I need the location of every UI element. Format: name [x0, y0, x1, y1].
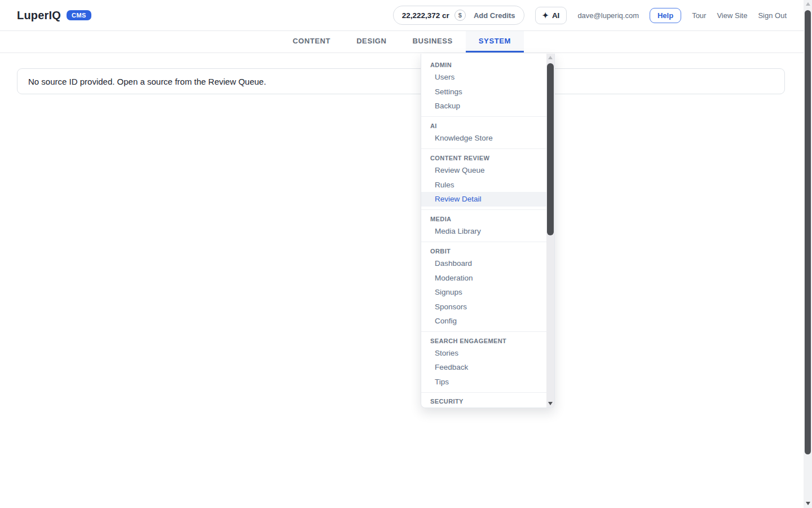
- page-scroll-down-arrow[interactable]: [804, 502, 812, 505]
- system-menu-dropdown: ADMINUsersSettingsBackupAIKnowledge Stor…: [421, 54, 555, 408]
- menu-item-moderation[interactable]: Moderation: [421, 271, 546, 286]
- page-scrollbar-thumb[interactable]: [805, 10, 811, 454]
- menu-item-review-queue[interactable]: Review Queue: [421, 163, 546, 178]
- menu-section-header: SEARCH ENGAGEMENT: [421, 335, 546, 346]
- page-scroll-up-arrow[interactable]: [804, 2, 812, 6]
- top-bar-actions: 22,222,372 cr $ Add Credits ✦ AI dave@lu…: [393, 6, 787, 25]
- menu-item-feedback[interactable]: Feedback: [421, 360, 546, 375]
- menu-item-sponsors[interactable]: Sponsors: [421, 300, 546, 314]
- notice-banner: No source ID provided. Open a source fro…: [17, 68, 785, 94]
- tab-design[interactable]: DESIGN: [343, 31, 399, 52]
- menu-item-config[interactable]: Config: [421, 314, 546, 329]
- menu-item-backup[interactable]: Backup: [421, 99, 546, 113]
- menu-item-settings[interactable]: Settings: [421, 85, 546, 99]
- dropdown-scroll-up-arrow[interactable]: [546, 56, 554, 59]
- menu-item-media-library[interactable]: Media Library: [421, 224, 546, 239]
- add-credits-button[interactable]: Add Credits: [474, 11, 515, 20]
- page-scrollbar[interactable]: [804, 0, 812, 508]
- app-logo: LuperIQ: [17, 9, 61, 22]
- menu-divider: [421, 148, 546, 149]
- ai-button-label: AI: [552, 11, 560, 20]
- menu-section-header: MEDIA: [421, 213, 546, 224]
- main-content: No source ID provided. Open a source fro…: [0, 68, 804, 94]
- user-email: dave@luperiq.com: [577, 11, 639, 20]
- tour-link[interactable]: Tour: [692, 11, 706, 20]
- credits-amount: 22,222,372 cr: [402, 11, 449, 20]
- dropdown-scroll-down-arrow[interactable]: [546, 402, 554, 405]
- dropdown-scrollbar[interactable]: [546, 54, 554, 408]
- menu-section-header: AI: [421, 120, 546, 131]
- menu-section-header: SECURITY: [421, 396, 546, 406]
- dropdown-scrollbar-thumb[interactable]: [547, 63, 554, 235]
- menu-item-stories[interactable]: Stories: [421, 346, 546, 361]
- menu-divider: [421, 331, 546, 332]
- menu-section-header: ORBIT: [421, 246, 546, 256]
- tab-content[interactable]: CONTENT: [280, 31, 343, 52]
- sparkle-icon: ✦: [542, 11, 549, 20]
- menu-item-dashboard[interactable]: Dashboard: [421, 407, 546, 408]
- menu-section-header: CONTENT REVIEW: [421, 152, 546, 163]
- tab-system[interactable]: SYSTEM: [466, 31, 524, 52]
- app-root: LuperIQ CMS 22,222,372 cr $ Add Credits …: [0, 0, 804, 508]
- system-menu: ADMINUsersSettingsBackupAIKnowledge Stor…: [421, 54, 546, 408]
- menu-divider: [421, 116, 546, 117]
- cms-badge: CMS: [67, 10, 91, 20]
- menu-section-header: ADMIN: [421, 59, 546, 70]
- primary-nav: CONTENT DESIGN BUSINESS SYSTEM: [0, 31, 804, 53]
- sign-out-link[interactable]: Sign Out: [758, 11, 787, 20]
- menu-item-signups[interactable]: Signups: [421, 285, 546, 300]
- dollar-icon: $: [454, 10, 466, 21]
- brand: LuperIQ CMS: [17, 9, 91, 22]
- menu-divider: [421, 392, 546, 393]
- menu-divider: [421, 242, 546, 242]
- menu-divider: [421, 209, 546, 210]
- ai-button[interactable]: ✦ AI: [535, 7, 567, 24]
- credits-pill[interactable]: 22,222,372 cr $ Add Credits: [393, 6, 524, 25]
- menu-item-review-detail[interactable]: Review Detail: [421, 192, 546, 207]
- view-site-link[interactable]: View Site: [717, 11, 747, 20]
- help-button[interactable]: Help: [650, 8, 681, 23]
- menu-item-users[interactable]: Users: [421, 70, 546, 85]
- tab-business[interactable]: BUSINESS: [400, 31, 466, 52]
- menu-item-rules[interactable]: Rules: [421, 178, 546, 192]
- menu-item-tips[interactable]: Tips: [421, 375, 546, 389]
- menu-item-knowledge-store[interactable]: Knowledge Store: [421, 131, 546, 146]
- menu-item-dashboard[interactable]: Dashboard: [421, 256, 546, 271]
- top-bar: LuperIQ CMS 22,222,372 cr $ Add Credits …: [0, 0, 804, 31]
